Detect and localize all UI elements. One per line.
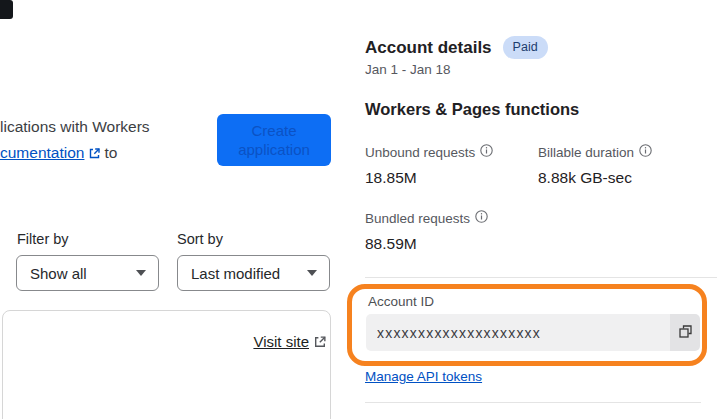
cropped-edge-artifact bbox=[0, 0, 13, 19]
stat-label: Unbound requests bbox=[365, 144, 493, 160]
filter-by-label: Filter by bbox=[17, 231, 69, 247]
account-details-heading: Account details Paid bbox=[365, 36, 548, 59]
stat-value: 88.59M bbox=[365, 235, 488, 253]
info-icon[interactable] bbox=[475, 210, 488, 226]
paid-badge: Paid bbox=[503, 36, 548, 59]
chevron-down-icon bbox=[136, 270, 146, 276]
stat-label: Billable duration bbox=[538, 144, 652, 160]
intro-line1: lications with Workers bbox=[0, 114, 150, 140]
documentation-link[interactable]: cumentation bbox=[0, 144, 84, 161]
account-id-label: Account ID bbox=[368, 294, 434, 309]
filter-select-value: Show all bbox=[30, 265, 87, 282]
external-link-icon bbox=[313, 335, 327, 353]
stat-unbound-requests: Unbound requests 18.85M bbox=[365, 144, 493, 187]
info-icon[interactable] bbox=[639, 144, 652, 160]
sort-select-value: Last modified bbox=[191, 265, 280, 282]
stat-bundled-requests: Bundled requests 88.59M bbox=[365, 210, 488, 253]
stat-label: Bundled requests bbox=[365, 210, 488, 226]
create-application-button[interactable]: Create application bbox=[217, 114, 331, 166]
copy-icon bbox=[678, 324, 693, 342]
account-id-input[interactable] bbox=[366, 314, 670, 351]
divider bbox=[365, 402, 701, 403]
filter-select[interactable]: Show all bbox=[16, 255, 159, 291]
date-range: Jan 1 - Jan 18 bbox=[365, 62, 451, 77]
intro-suffix: to bbox=[104, 144, 117, 161]
stat-value: 18.85M bbox=[365, 169, 493, 187]
stat-billable-duration: Billable duration 8.88k GB-sec bbox=[538, 144, 652, 187]
visit-site-link[interactable]: Visit site bbox=[253, 333, 309, 350]
copy-account-id-button[interactable] bbox=[670, 314, 700, 351]
sort-select[interactable]: Last modified bbox=[177, 255, 330, 291]
stat-value: 8.88k GB-sec bbox=[538, 169, 652, 187]
divider bbox=[365, 277, 717, 278]
chevron-down-icon bbox=[307, 270, 317, 276]
sort-by-label: Sort by bbox=[177, 231, 223, 247]
intro-line2: cumentationto bbox=[0, 140, 150, 168]
external-link-icon bbox=[88, 142, 101, 168]
account-id-row bbox=[366, 314, 700, 351]
manage-api-tokens-link[interactable]: Manage API tokens bbox=[365, 369, 482, 384]
info-icon[interactable] bbox=[480, 144, 493, 160]
workers-pages-functions-heading: Workers & Pages functions bbox=[365, 100, 579, 119]
workers-intro-text: lications with Workers cumentationto bbox=[0, 114, 150, 168]
project-card: Visit site bbox=[2, 310, 331, 419]
account-details-title: Account details bbox=[365, 38, 492, 58]
